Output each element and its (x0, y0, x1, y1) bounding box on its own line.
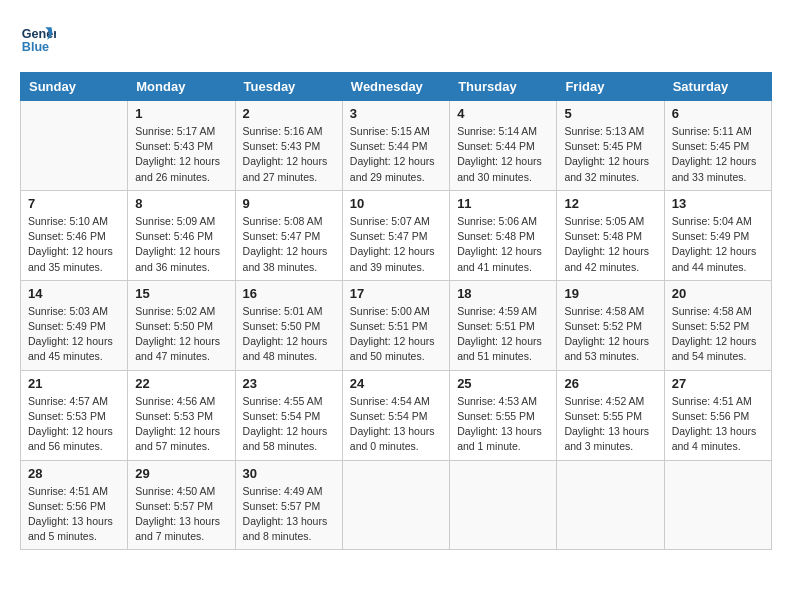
day-info: Sunrise: 5:14 AM Sunset: 5:44 PM Dayligh… (457, 124, 549, 185)
day-info: Sunrise: 4:52 AM Sunset: 5:55 PM Dayligh… (564, 394, 656, 455)
day-info: Sunrise: 5:10 AM Sunset: 5:46 PM Dayligh… (28, 214, 120, 275)
day-info: Sunrise: 4:51 AM Sunset: 5:56 PM Dayligh… (28, 484, 120, 545)
day-info: Sunrise: 5:13 AM Sunset: 5:45 PM Dayligh… (564, 124, 656, 185)
day-number: 12 (564, 196, 656, 211)
day-info: Sunrise: 4:49 AM Sunset: 5:57 PM Dayligh… (243, 484, 335, 545)
day-info: Sunrise: 4:58 AM Sunset: 5:52 PM Dayligh… (672, 304, 764, 365)
calendar-cell: 19Sunrise: 4:58 AM Sunset: 5:52 PM Dayli… (557, 280, 664, 370)
day-info: Sunrise: 4:56 AM Sunset: 5:53 PM Dayligh… (135, 394, 227, 455)
calendar-cell: 16Sunrise: 5:01 AM Sunset: 5:50 PM Dayli… (235, 280, 342, 370)
day-number: 9 (243, 196, 335, 211)
day-number: 18 (457, 286, 549, 301)
weekday-header: Wednesday (342, 73, 449, 101)
day-info: Sunrise: 5:01 AM Sunset: 5:50 PM Dayligh… (243, 304, 335, 365)
day-number: 23 (243, 376, 335, 391)
calendar-cell: 24Sunrise: 4:54 AM Sunset: 5:54 PM Dayli… (342, 370, 449, 460)
calendar-header-row: SundayMondayTuesdayWednesdayThursdayFrid… (21, 73, 772, 101)
calendar-week-row: 7Sunrise: 5:10 AM Sunset: 5:46 PM Daylig… (21, 190, 772, 280)
calendar-cell: 17Sunrise: 5:00 AM Sunset: 5:51 PM Dayli… (342, 280, 449, 370)
day-info: Sunrise: 4:59 AM Sunset: 5:51 PM Dayligh… (457, 304, 549, 365)
day-number: 24 (350, 376, 442, 391)
calendar-cell: 28Sunrise: 4:51 AM Sunset: 5:56 PM Dayli… (21, 460, 128, 550)
day-number: 25 (457, 376, 549, 391)
calendar-cell: 14Sunrise: 5:03 AM Sunset: 5:49 PM Dayli… (21, 280, 128, 370)
day-info: Sunrise: 5:02 AM Sunset: 5:50 PM Dayligh… (135, 304, 227, 365)
day-number: 17 (350, 286, 442, 301)
calendar-cell: 2Sunrise: 5:16 AM Sunset: 5:43 PM Daylig… (235, 101, 342, 191)
calendar-cell: 1Sunrise: 5:17 AM Sunset: 5:43 PM Daylig… (128, 101, 235, 191)
calendar-cell (21, 101, 128, 191)
day-number: 2 (243, 106, 335, 121)
day-info: Sunrise: 4:57 AM Sunset: 5:53 PM Dayligh… (28, 394, 120, 455)
calendar-cell: 18Sunrise: 4:59 AM Sunset: 5:51 PM Dayli… (450, 280, 557, 370)
calendar-table: SundayMondayTuesdayWednesdayThursdayFrid… (20, 72, 772, 550)
day-number: 14 (28, 286, 120, 301)
weekday-header: Friday (557, 73, 664, 101)
calendar-cell: 4Sunrise: 5:14 AM Sunset: 5:44 PM Daylig… (450, 101, 557, 191)
day-info: Sunrise: 5:09 AM Sunset: 5:46 PM Dayligh… (135, 214, 227, 275)
calendar-cell (450, 460, 557, 550)
calendar-cell: 10Sunrise: 5:07 AM Sunset: 5:47 PM Dayli… (342, 190, 449, 280)
day-info: Sunrise: 5:11 AM Sunset: 5:45 PM Dayligh… (672, 124, 764, 185)
day-number: 21 (28, 376, 120, 391)
day-number: 6 (672, 106, 764, 121)
day-info: Sunrise: 5:17 AM Sunset: 5:43 PM Dayligh… (135, 124, 227, 185)
calendar-cell: 7Sunrise: 5:10 AM Sunset: 5:46 PM Daylig… (21, 190, 128, 280)
day-number: 4 (457, 106, 549, 121)
calendar-cell: 27Sunrise: 4:51 AM Sunset: 5:56 PM Dayli… (664, 370, 771, 460)
calendar-week-row: 21Sunrise: 4:57 AM Sunset: 5:53 PM Dayli… (21, 370, 772, 460)
day-number: 28 (28, 466, 120, 481)
calendar-cell: 8Sunrise: 5:09 AM Sunset: 5:46 PM Daylig… (128, 190, 235, 280)
calendar-body: 1Sunrise: 5:17 AM Sunset: 5:43 PM Daylig… (21, 101, 772, 550)
day-info: Sunrise: 5:15 AM Sunset: 5:44 PM Dayligh… (350, 124, 442, 185)
calendar-cell: 5Sunrise: 5:13 AM Sunset: 5:45 PM Daylig… (557, 101, 664, 191)
calendar-cell: 11Sunrise: 5:06 AM Sunset: 5:48 PM Dayli… (450, 190, 557, 280)
day-info: Sunrise: 5:03 AM Sunset: 5:49 PM Dayligh… (28, 304, 120, 365)
day-number: 30 (243, 466, 335, 481)
day-info: Sunrise: 5:05 AM Sunset: 5:48 PM Dayligh… (564, 214, 656, 275)
calendar-cell: 12Sunrise: 5:05 AM Sunset: 5:48 PM Dayli… (557, 190, 664, 280)
day-info: Sunrise: 4:55 AM Sunset: 5:54 PM Dayligh… (243, 394, 335, 455)
day-number: 15 (135, 286, 227, 301)
weekday-header: Tuesday (235, 73, 342, 101)
weekday-header: Monday (128, 73, 235, 101)
day-number: 22 (135, 376, 227, 391)
day-info: Sunrise: 4:51 AM Sunset: 5:56 PM Dayligh… (672, 394, 764, 455)
calendar-week-row: 14Sunrise: 5:03 AM Sunset: 5:49 PM Dayli… (21, 280, 772, 370)
day-info: Sunrise: 5:04 AM Sunset: 5:49 PM Dayligh… (672, 214, 764, 275)
calendar-cell: 15Sunrise: 5:02 AM Sunset: 5:50 PM Dayli… (128, 280, 235, 370)
day-info: Sunrise: 5:07 AM Sunset: 5:47 PM Dayligh… (350, 214, 442, 275)
calendar-cell: 29Sunrise: 4:50 AM Sunset: 5:57 PM Dayli… (128, 460, 235, 550)
day-number: 13 (672, 196, 764, 211)
calendar-cell: 23Sunrise: 4:55 AM Sunset: 5:54 PM Dayli… (235, 370, 342, 460)
calendar-cell: 22Sunrise: 4:56 AM Sunset: 5:53 PM Dayli… (128, 370, 235, 460)
day-number: 20 (672, 286, 764, 301)
day-info: Sunrise: 5:00 AM Sunset: 5:51 PM Dayligh… (350, 304, 442, 365)
weekday-header: Sunday (21, 73, 128, 101)
day-number: 27 (672, 376, 764, 391)
weekday-header: Saturday (664, 73, 771, 101)
calendar-cell: 20Sunrise: 4:58 AM Sunset: 5:52 PM Dayli… (664, 280, 771, 370)
calendar-cell (664, 460, 771, 550)
day-number: 3 (350, 106, 442, 121)
day-number: 11 (457, 196, 549, 211)
page-header: General Blue (20, 20, 772, 56)
calendar-cell: 21Sunrise: 4:57 AM Sunset: 5:53 PM Dayli… (21, 370, 128, 460)
logo: General Blue (20, 20, 60, 56)
day-info: Sunrise: 4:50 AM Sunset: 5:57 PM Dayligh… (135, 484, 227, 545)
calendar-cell: 30Sunrise: 4:49 AM Sunset: 5:57 PM Dayli… (235, 460, 342, 550)
day-number: 19 (564, 286, 656, 301)
day-info: Sunrise: 5:16 AM Sunset: 5:43 PM Dayligh… (243, 124, 335, 185)
day-number: 8 (135, 196, 227, 211)
day-info: Sunrise: 5:08 AM Sunset: 5:47 PM Dayligh… (243, 214, 335, 275)
day-number: 29 (135, 466, 227, 481)
calendar-cell: 25Sunrise: 4:53 AM Sunset: 5:55 PM Dayli… (450, 370, 557, 460)
day-number: 5 (564, 106, 656, 121)
calendar-cell: 13Sunrise: 5:04 AM Sunset: 5:49 PM Dayli… (664, 190, 771, 280)
calendar-cell (342, 460, 449, 550)
calendar-week-row: 28Sunrise: 4:51 AM Sunset: 5:56 PM Dayli… (21, 460, 772, 550)
day-number: 10 (350, 196, 442, 211)
day-info: Sunrise: 5:06 AM Sunset: 5:48 PM Dayligh… (457, 214, 549, 275)
logo-icon: General Blue (20, 20, 56, 56)
day-number: 1 (135, 106, 227, 121)
